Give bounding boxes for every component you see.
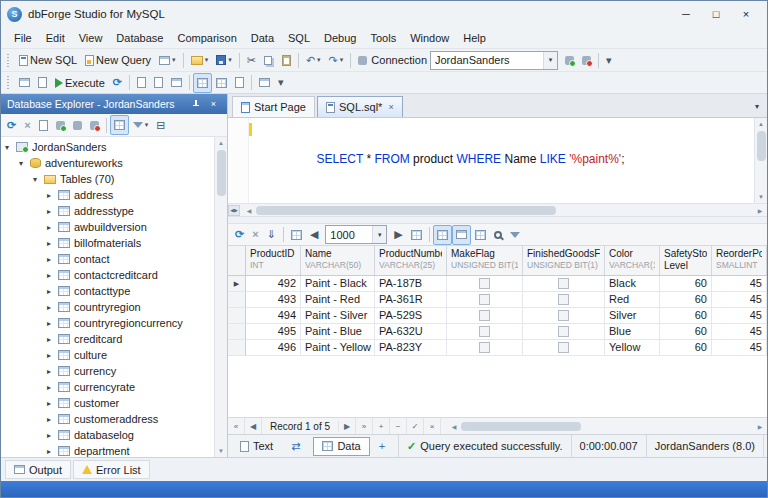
- tree-item[interactable]: currencyrate: [1, 379, 214, 395]
- duplicate-object-button[interactable]: [35, 115, 52, 135]
- prev-page-button[interactable]: ◀: [306, 225, 322, 245]
- cell-safetystock[interactable]: 60: [660, 340, 712, 356]
- row-header[interactable]: [228, 292, 246, 308]
- nav-button[interactable]: −: [390, 418, 407, 434]
- expand-arrow-icon[interactable]: [47, 223, 58, 232]
- tab-list-dropdown[interactable]: ▾: [749, 102, 765, 111]
- cell-product-id[interactable]: 495: [246, 324, 301, 340]
- nav-button[interactable]: ▶: [339, 418, 356, 434]
- maximize-button[interactable]: □: [701, 4, 731, 24]
- menu-item[interactable]: File: [7, 30, 39, 46]
- select-all-corner[interactable]: [228, 246, 246, 275]
- tab-text-view[interactable]: Text: [231, 437, 282, 456]
- column-header[interactable]: Name VARCHAR(50): [301, 246, 375, 275]
- tree-item[interactable]: awbuildversion: [1, 219, 214, 235]
- column-header[interactable]: SafetyStock Level: [660, 246, 712, 275]
- menu-item[interactable]: Help: [456, 30, 493, 46]
- cell-finishedgoodsflag[interactable]: [523, 292, 605, 308]
- main-toolbar-overflow[interactable]: ▾: [602, 50, 616, 70]
- table-row[interactable]: 496 Paint - Yellow PA-823Y Yellow 60 45: [228, 340, 767, 356]
- cell-makeflag[interactable]: [447, 340, 523, 356]
- makeflag-checkbox[interactable]: [479, 278, 490, 289]
- cell-color[interactable]: Yellow: [605, 340, 660, 356]
- scroll-left-icon[interactable]: ◀: [242, 204, 256, 217]
- page-size-select[interactable]: 1000 ▾: [325, 225, 387, 244]
- tree-item[interactable]: databaselog: [1, 427, 214, 443]
- menu-item[interactable]: View: [72, 30, 110, 46]
- minimize-button[interactable]: ─: [671, 4, 701, 24]
- cell-product-id[interactable]: 494: [246, 308, 301, 324]
- new-object-button[interactable]: ▾: [155, 50, 180, 70]
- expand-arrow-icon[interactable]: [47, 335, 58, 344]
- tree-item[interactable]: address: [1, 187, 214, 203]
- menu-item[interactable]: Database: [109, 30, 170, 46]
- pin-button[interactable]: [188, 97, 203, 111]
- nav-button[interactable]: »: [356, 418, 373, 434]
- expand-arrow-icon[interactable]: [47, 351, 58, 360]
- column-header[interactable]: MakeFlag UNSIGNED BIT(1): [447, 246, 523, 275]
- column-header[interactable]: ReorderPoint SMALLINT: [712, 246, 767, 275]
- editor-results-splitter[interactable]: [228, 216, 767, 223]
- column-header[interactable]: ProductNumber VARCHAR(25): [375, 246, 447, 275]
- expand-arrow-icon[interactable]: [47, 431, 58, 440]
- tree-item[interactable]: customeraddress: [1, 411, 214, 427]
- column-header[interactable]: ProductID INT: [246, 246, 301, 275]
- cell-safetystock[interactable]: 60: [660, 308, 712, 324]
- menu-item[interactable]: Edit: [39, 30, 72, 46]
- connect-button[interactable]: [561, 50, 578, 70]
- new-connection-button[interactable]: [52, 115, 69, 135]
- cell-finishedgoodsflag[interactable]: [523, 324, 605, 340]
- open-file-button[interactable]: ▾: [187, 50, 213, 70]
- scrollbar-thumb[interactable]: [256, 206, 556, 215]
- disconnect-button[interactable]: [578, 50, 595, 70]
- scroll-right-icon[interactable]: ▶: [753, 420, 767, 433]
- cell-finishedgoodsflag[interactable]: [523, 340, 605, 356]
- tree-item[interactable]: Tables (70): [1, 171, 214, 187]
- chevron-down-icon[interactable]: ▾: [372, 226, 386, 243]
- table-row[interactable]: 492 Paint - Black PA-187B Black 60 45: [228, 276, 767, 292]
- grid-hscrollbar[interactable]: ◀ ▶: [447, 420, 767, 433]
- cell-reorderpoint[interactable]: 45: [712, 308, 767, 324]
- tree-item[interactable]: department: [1, 443, 214, 457]
- tree-item[interactable]: adventureworks: [1, 155, 214, 171]
- next-page-button[interactable]: ▶: [390, 225, 406, 245]
- tree-item[interactable]: creditcard: [1, 331, 214, 347]
- menu-item[interactable]: Window: [403, 30, 456, 46]
- cut-button[interactable]: ✂: [243, 50, 260, 70]
- expand-arrow-icon[interactable]: [47, 383, 58, 392]
- expand-arrow-icon[interactable]: [47, 255, 58, 264]
- row-header[interactable]: [228, 324, 246, 340]
- split-handle[interactable]: ◀▶: [228, 205, 240, 216]
- expand-arrow-icon[interactable]: [47, 415, 58, 424]
- cell-name[interactable]: Paint - Silver: [301, 308, 375, 324]
- makeflag-checkbox[interactable]: [479, 342, 490, 353]
- scroll-up-icon[interactable]: ▲: [755, 118, 768, 130]
- tree-item[interactable]: JordanSanders: [1, 139, 214, 155]
- expand-arrow-icon[interactable]: [47, 287, 58, 296]
- add-view-button[interactable]: +: [370, 437, 398, 456]
- tab-start-page[interactable]: Start Page: [232, 96, 315, 117]
- makeflag-checkbox[interactable]: [479, 310, 490, 321]
- cell-product-number[interactable]: PA-187B: [375, 276, 447, 292]
- tree-item[interactable]: contact: [1, 251, 214, 267]
- designer-view-button[interactable]: [167, 73, 186, 93]
- cell-makeflag[interactable]: [447, 308, 523, 324]
- cell-product-id[interactable]: 493: [246, 292, 301, 308]
- row-header[interactable]: [228, 340, 246, 356]
- connection-select[interactable]: JordanSanders ▾: [430, 51, 558, 70]
- pivot-mode-button[interactable]: [471, 225, 490, 245]
- bookmarks-button[interactable]: [34, 73, 51, 93]
- chevron-down-icon[interactable]: ▾: [543, 52, 557, 69]
- redo-button[interactable]: ↷ ▾: [325, 50, 348, 70]
- grid-view-button[interactable]: [193, 73, 212, 93]
- expand-arrow-icon[interactable]: [47, 191, 58, 200]
- expand-arrow-icon[interactable]: [47, 367, 58, 376]
- expand-arrow-icon[interactable]: [47, 271, 58, 280]
- execute-options-button[interactable]: ⟳: [109, 73, 126, 93]
- disconnect-button[interactable]: [86, 115, 103, 135]
- scrollbar-thumb[interactable]: [217, 150, 226, 196]
- expand-arrow-icon[interactable]: [5, 143, 16, 152]
- sql-code-line[interactable]: SELECT * FROM product WHERE Name LIKE '%…: [249, 118, 754, 203]
- secondary-toolbar-overflow[interactable]: ▾: [274, 73, 288, 93]
- finishedgoodsflag-checkbox[interactable]: [558, 294, 569, 305]
